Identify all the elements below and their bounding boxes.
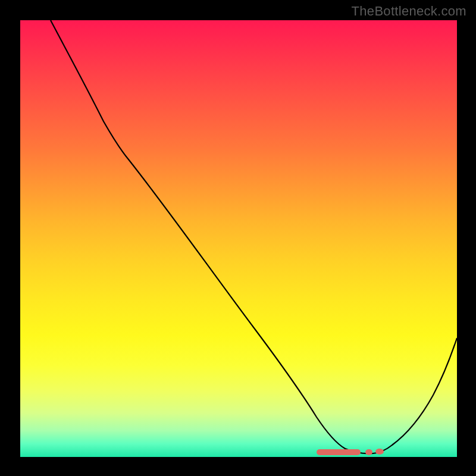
- data-points: [317, 449, 384, 455]
- main-curve: [51, 20, 457, 453]
- curve-svg: [20, 20, 457, 457]
- data-cluster-main: [317, 449, 361, 455]
- chart-container: TheBottleneck.com: [0, 0, 476, 476]
- data-point-gap1: [365, 449, 372, 455]
- data-point-outlier: [375, 449, 384, 455]
- plot-area: [20, 20, 457, 457]
- watermark-text: TheBottleneck.com: [352, 4, 466, 19]
- plot-frame: [20, 20, 458, 458]
